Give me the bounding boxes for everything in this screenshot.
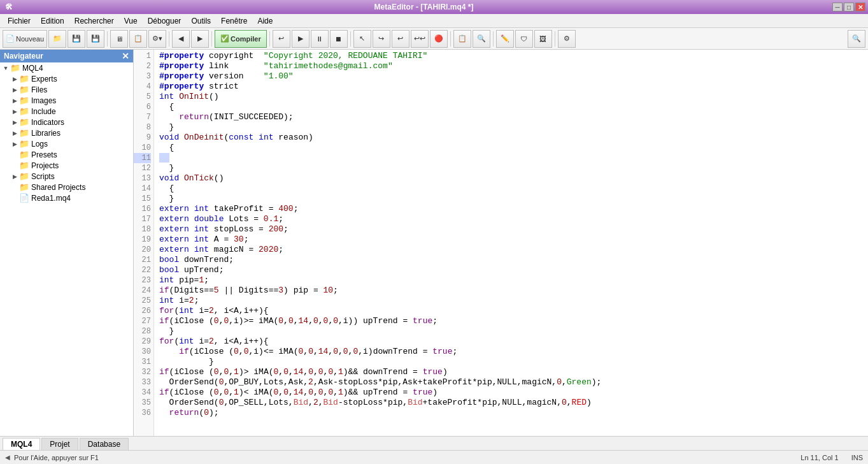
stop-button[interactable]: ⏹ <box>330 30 348 48</box>
find-icon: 🔍 <box>477 34 486 43</box>
tree-arrow-experts: ▶ <box>10 76 19 82</box>
play-icon: ▶ <box>298 34 303 43</box>
step-out-icon: ↖ <box>359 34 365 43</box>
stop-icon: ⏹ <box>335 35 342 43</box>
restore-button[interactable]: □ <box>844 3 854 11</box>
folder-icon-indicators: 📁 <box>19 117 29 127</box>
step-next-button[interactable]: ↩↩ <box>411 30 429 48</box>
navigator-title: Navigateur <box>4 52 43 61</box>
save-all-button[interactable]: 💾 <box>87 30 104 48</box>
menu-aide[interactable]: Aide <box>252 15 278 27</box>
tree-item-mql4[interactable]: ▼ 📁 MQL4 <box>0 62 133 73</box>
step-over-button[interactable]: ↩ <box>392 30 409 48</box>
gear-button[interactable]: ⚙ <box>558 30 576 48</box>
pen-icon: ✏️ <box>501 34 509 43</box>
tab-mql4[interactable]: MQL4 <box>3 438 40 450</box>
menu-rechercher[interactable]: Rechercher <box>69 15 119 27</box>
folder-icon-files: 📁 <box>19 85 29 94</box>
view-icon: 🖥 <box>116 35 123 43</box>
view2-button[interactable]: 📋 <box>129 30 147 48</box>
status-bar: ◀ Pour l'Aide, appuyer sur F1 Ln 11, Col… <box>0 450 868 464</box>
save-all-icon: 💾 <box>91 34 100 43</box>
menu-outils[interactable]: Outils <box>186 15 216 27</box>
indent-icon: ⚙▾ <box>152 34 162 43</box>
view-button[interactable]: 🖥 <box>110 30 128 48</box>
folder-icon-presets: 📁 <box>19 150 29 159</box>
step-over-icon: ↩ <box>397 34 403 43</box>
copy-icon: 📋 <box>458 34 467 43</box>
breakpoint-icon: 🔴 <box>434 34 443 43</box>
tree-arrow-libraries: ▶ <box>10 130 19 136</box>
indent-button[interactable]: ⚙▾ <box>148 30 166 48</box>
code-container[interactable]: 1234 5678 9101112 13141516 17181920 2122… <box>134 50 868 436</box>
toolbar-sep-6 <box>450 31 451 47</box>
tree-item-images[interactable]: ▶ 📁 Images <box>0 95 133 106</box>
close-button[interactable]: ✕ <box>855 3 865 11</box>
tab-database[interactable]: Database <box>80 438 129 450</box>
tree-item-scripts[interactable]: ▶ 📁 Scripts <box>0 171 133 182</box>
play-button[interactable]: ▶ <box>292 30 309 48</box>
tree-item-libraries[interactable]: ▶ 📁 Libraries <box>0 127 133 138</box>
line-numbers: 1234 5678 9101112 13141516 17181920 2122… <box>134 50 154 436</box>
minimize-button[interactable]: ─ <box>832 3 843 11</box>
compile-button[interactable]: ✅ Compiler <box>215 30 267 48</box>
tree-label-indicators: Indicators <box>31 118 64 127</box>
title-bar: 🛠 MetaEditor - [TAHIRI.mq4 *] ─ □ ✕ <box>0 0 868 14</box>
copy-button[interactable]: 📋 <box>453 30 471 48</box>
compile-icon: ✅ <box>220 34 229 43</box>
save-button[interactable]: 💾 <box>68 30 85 48</box>
tree-label-scripts: Scripts <box>31 172 55 181</box>
breakpoint-button[interactable]: 🔴 <box>430 30 448 48</box>
shield-icon: 🛡 <box>520 35 527 43</box>
tree-label-shared-projects: Shared Projects <box>31 183 85 192</box>
folder-icon-experts: 📁 <box>19 74 29 83</box>
tree-label-projects: Projects <box>31 161 59 170</box>
status-mode: INS <box>851 454 863 461</box>
tree-item-experts[interactable]: ▶ 📁 Experts <box>0 73 133 84</box>
open-button[interactable]: 📁 <box>48 30 66 48</box>
tree-item-indicators[interactable]: ▶ 📁 Indicators <box>0 117 133 127</box>
tree-label-libraries: Libraries <box>31 129 60 138</box>
navigator-close-button[interactable]: ✕ <box>122 52 129 61</box>
menu-edition[interactable]: Edition <box>36 15 69 27</box>
navigator-tree: ▼ 📁 MQL4 ▶ 📁 Experts ▶ 📁 Files ▶ 📁 Image… <box>0 62 133 436</box>
tree-arrow-files: ▶ <box>10 87 19 93</box>
tree-item-projects[interactable]: 📁 Projects <box>0 160 133 171</box>
menu-fichier[interactable]: Fichier <box>3 15 36 27</box>
menu-bar: Fichier Edition Rechercher Vue Déboguer … <box>0 14 868 28</box>
debug-reset-icon: ↩ <box>278 34 284 43</box>
collapse-arrow[interactable]: ◀ <box>5 454 10 461</box>
tab-projet[interactable]: Projet <box>41 438 78 450</box>
title-icon: 🛠 <box>3 3 15 11</box>
pen-button[interactable]: ✏️ <box>496 30 514 48</box>
step-out-button[interactable]: ↖ <box>353 30 371 48</box>
tree-item-presets[interactable]: 📁 Presets <box>0 149 133 160</box>
back-button[interactable]: ◀ <box>172 30 190 48</box>
pause-button[interactable]: ⏸ <box>311 30 329 48</box>
new-button[interactable]: 📄 Nouveau <box>3 30 47 48</box>
status-right: Ln 11, Col 1 INS <box>800 454 863 461</box>
forward-button[interactable]: ▶ <box>191 30 209 48</box>
debug-reset-button[interactable]: ↩ <box>273 30 290 48</box>
step-into-button[interactable]: ↪ <box>373 30 390 48</box>
menu-debugger[interactable]: Déboguer <box>143 15 187 27</box>
tree-item-reda1[interactable]: 📄 Reda1.mq4 <box>0 192 133 203</box>
step-next-icon: ↩↩ <box>414 34 425 43</box>
toolbar-sep-7 <box>493 31 494 47</box>
tree-item-files[interactable]: ▶ 📁 Files <box>0 84 133 95</box>
search-bar-button[interactable]: 🔍 <box>848 30 865 48</box>
menu-vue[interactable]: Vue <box>119 15 143 27</box>
image-button[interactable]: 🖼 <box>534 30 552 48</box>
tree-item-include[interactable]: ▶ 📁 Include <box>0 106 133 117</box>
tree-item-logs[interactable]: ▶ 📁 Logs <box>0 138 133 149</box>
shield-button[interactable]: 🛡 <box>515 30 533 48</box>
find-button[interactable]: 🔍 <box>473 30 490 48</box>
toolbar-sep-8 <box>555 31 555 47</box>
image-icon: 🖼 <box>539 35 546 43</box>
open-icon: 📁 <box>53 34 62 43</box>
tree-item-shared-projects[interactable]: 📁 Shared Projects <box>0 182 133 192</box>
menu-fenetre[interactable]: Fenêtre <box>216 15 252 27</box>
code-editor[interactable]: #property copyright "Copyright 2020, RED… <box>154 50 868 436</box>
tree-arrow-scripts: ▶ <box>10 173 19 180</box>
window-controls[interactable]: ─ □ ✕ <box>832 3 865 11</box>
